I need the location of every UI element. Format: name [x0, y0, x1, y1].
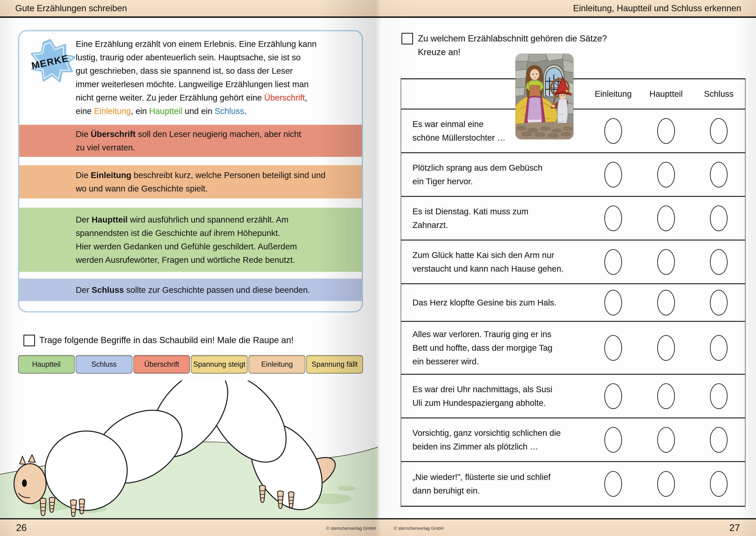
answer-circle-hauptteil-row1[interactable] — [657, 118, 675, 144]
sentence-line: Das Herz klopfte Gesine bis zum Hals. — [412, 296, 587, 310]
sentence-line: dann beruhigt ein. — [412, 484, 587, 497]
text-line: Der Schluss sollte zur Geschichte passen… — [19, 283, 362, 297]
circle-cell — [640, 419, 693, 461]
sentence-line: verstaucht und kann nach Hause gehen. — [412, 262, 587, 276]
answer-circle-schluss-row1[interactable] — [710, 118, 728, 144]
term-button-label: Überschrift — [144, 360, 179, 369]
answer-circle-hauptteil-row6[interactable] — [657, 335, 675, 361]
circle-cell — [587, 284, 640, 321]
merke-paragraph: Eine Erzählung erzählt von einem Erlebni… — [76, 37, 360, 118]
sentence-line: „Nie wieder!", flüsterte sie und schlief — [412, 470, 587, 484]
term-button-einleitung[interactable]: Einleitung — [248, 355, 305, 374]
text-line: Der Hauptteil wird ausführlich und spann… — [19, 213, 362, 226]
sentence-line: Vorsichtig, ganz vorsichtig schlichen di… — [412, 426, 587, 440]
circle-cell — [640, 153, 693, 196]
term-button-spannung-steigt[interactable]: Spannung steigt — [191, 355, 247, 374]
sentence-line: Plötzlich sprang aus dem Gebüsch — [412, 161, 587, 175]
answer-circle-hauptteil-row4[interactable] — [657, 249, 675, 275]
right-task-line1: Zu welchem Erzählabschnitt gehören die S… — [418, 32, 607, 45]
info-box-3: Der Hauptteil wird ausführlich und spann… — [19, 208, 362, 272]
text-line: wo und wann die Geschichte spielt. — [19, 182, 362, 195]
table-row: Vorsichtig, ganz vorsichtig schlichen di… — [401, 419, 745, 462]
fairytale-illustration — [515, 54, 574, 139]
sentence-cell: Es war drei Uhr nachmittags, als SusiUli… — [401, 375, 587, 418]
answer-circle-einleitung-row5[interactable] — [604, 290, 622, 316]
answer-circle-schluss-row7[interactable] — [710, 384, 728, 409]
answer-circle-hauptteil-row9[interactable] — [657, 471, 675, 497]
answer-circle-einleitung-row3[interactable] — [604, 206, 622, 231]
answer-circle-einleitung-row6[interactable] — [604, 335, 622, 361]
answer-circle-hauptteil-row8[interactable] — [657, 427, 675, 453]
term-button-label: Einleitung — [261, 360, 293, 369]
column-header-einleitung: Einleitung — [587, 79, 640, 109]
text-line: lustig, traurig oder abenteuerlich sein.… — [76, 51, 360, 64]
left-task-checkbox[interactable] — [23, 335, 35, 346]
text-line: Die Überschrift soll den Leser neugierig… — [19, 127, 362, 141]
page-number-left: 26 — [16, 522, 27, 533]
info-box-4: Der Schluss sollte zur Geschichte passen… — [19, 279, 362, 301]
text-line: zu viel verraten. — [19, 141, 362, 154]
answer-circle-schluss-row2[interactable] — [710, 162, 728, 187]
left-page-title: Gute Erzählungen schreiben — [15, 0, 127, 17]
text-line: eine Einleitung, ein Hauptteil und ein S… — [76, 104, 360, 118]
circle-cell — [693, 197, 745, 240]
circle-cell — [587, 110, 640, 152]
answer-circle-schluss-row9[interactable] — [710, 471, 728, 497]
circle-cell — [640, 322, 693, 374]
answer-circle-einleitung-row4[interactable] — [604, 249, 622, 275]
table-row: Alles war verloren. Traurig ging er insB… — [401, 322, 745, 375]
term-button-schluss[interactable]: Schluss — [76, 355, 132, 374]
column-header-hauptteil: Hauptteil — [640, 79, 693, 109]
answer-circle-hauptteil-row5[interactable] — [657, 290, 675, 316]
text-line: Eine Erzählung erzählt von einem Erlebni… — [76, 37, 360, 51]
circle-cell — [693, 241, 745, 283]
answer-circle-schluss-row8[interactable] — [710, 427, 728, 453]
sentence-cell: „Nie wieder!", flüsterte sie und schlief… — [401, 462, 587, 506]
answer-circle-einleitung-row1[interactable] — [604, 118, 622, 144]
answer-circle-hauptteil-row7[interactable] — [657, 384, 675, 409]
column-header-schluss: Schluss — [693, 79, 745, 109]
sentence-cell: Vorsichtig, ganz vorsichtig schlichen di… — [401, 419, 587, 461]
circle-cell — [587, 375, 640, 418]
sentence-line: Zum Glück hatte Kai sich den Arm nur — [412, 249, 587, 262]
copyright-right: © sternchenverlag GmbH — [394, 526, 444, 531]
merke-info-box: MERKE Eine Erzählung erzählt von einem E… — [18, 30, 363, 313]
term-button-überschrift[interactable]: Überschrift — [133, 355, 190, 374]
answer-circle-schluss-row3[interactable] — [710, 206, 728, 231]
circle-cell — [587, 241, 640, 283]
answer-circle-schluss-row5[interactable] — [710, 290, 728, 316]
term-button-label: Spannung steigt — [193, 360, 246, 369]
answer-circle-einleitung-row9[interactable] — [604, 471, 622, 497]
term-button-label: Schluss — [91, 360, 116, 369]
answer-circle-einleitung-row7[interactable] — [604, 384, 622, 409]
circle-cell — [693, 110, 745, 152]
circle-cell — [640, 375, 693, 418]
sentence-cell: Zum Glück hatte Kai sich den Arm nurvers… — [401, 241, 587, 283]
sentence-cell: Alles war verloren. Traurig ging er insB… — [401, 322, 587, 374]
term-button-label: Spannung fällt — [312, 360, 358, 369]
circle-cell — [587, 153, 640, 196]
left-task-label: Trage folgende Begriffe in das Schaubild… — [39, 334, 294, 346]
answer-circle-hauptteil-row2[interactable] — [657, 162, 675, 187]
text-line: Hier werden Gedanken und Gefühle geschil… — [19, 240, 362, 253]
text-line: werden Ausrufewörter, Fragen und wörtlic… — [19, 253, 362, 267]
answer-circle-schluss-row4[interactable] — [710, 249, 728, 275]
sentence-cell: Plötzlich sprang aus dem Gebüschein Tige… — [401, 153, 587, 196]
answer-circle-einleitung-row2[interactable] — [604, 162, 622, 187]
table-row: Es war drei Uhr nachmittags, als SusiUli… — [401, 375, 745, 419]
answer-circle-hauptteil-row3[interactable] — [657, 206, 675, 231]
circle-cell — [640, 241, 693, 283]
answer-circle-einleitung-row8[interactable] — [604, 427, 622, 453]
table-row: Zum Glück hatte Kai sich den Arm nurvers… — [401, 241, 745, 284]
circle-cell — [640, 284, 693, 321]
info-box-1: Die Überschrift soll den Leser neugierig… — [19, 125, 362, 157]
circle-cell — [693, 419, 745, 461]
right-task-checkbox[interactable] — [402, 33, 413, 45]
circle-cell — [640, 462, 693, 506]
merke-star-badge: MERKE — [25, 37, 75, 87]
term-button-spannung-fällt[interactable]: Spannung fällt — [306, 355, 363, 374]
sentence-line: Zahnarzt. — [412, 218, 587, 232]
answer-circle-schluss-row6[interactable] — [710, 335, 728, 361]
sentence-line: ein besserer wird. — [412, 355, 587, 368]
term-button-hauptteil[interactable]: Hauptteil — [18, 355, 75, 374]
